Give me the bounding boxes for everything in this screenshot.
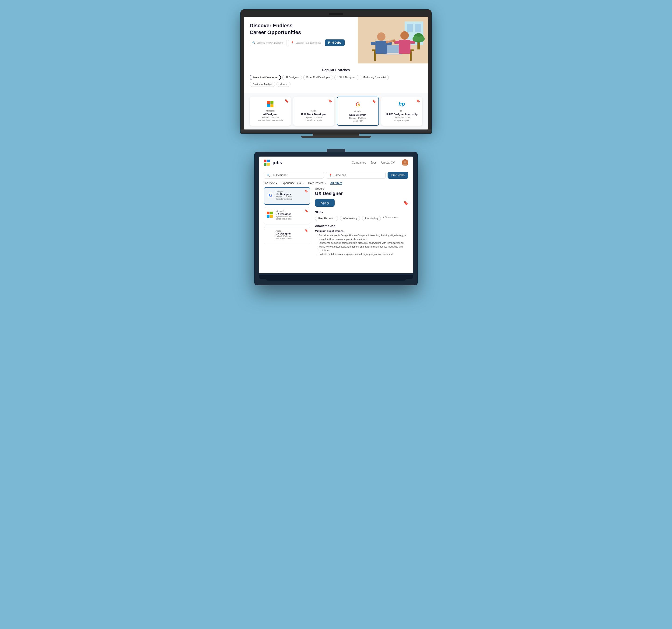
jlc-company-name: Google — [276, 190, 307, 193]
card-company-name: Apple — [296, 110, 331, 112]
job-card-google[interactable]: 🔖 G Google Data Scientist Remote · Full-… — [337, 97, 379, 126]
nav-links: Companies Jobs Upload CV — [352, 161, 395, 164]
tablet-screen: jobs Companies Jobs Upload CV — [259, 156, 413, 273]
job-type-label: Job Type — [264, 182, 275, 185]
tag-more[interactable]: More ▾ — [277, 82, 290, 87]
user-avatar[interactable] — [402, 159, 408, 166]
hero-photo — [358, 17, 428, 64]
job-list-info: Apple UX Designer Hybrid · Full-time Bar… — [275, 230, 307, 240]
bookmark-icon[interactable]: 🔖 — [305, 190, 308, 193]
skill-prototyping[interactable]: Prototyping — [362, 216, 381, 221]
jd-company-name: Google — [315, 187, 408, 190]
svg-rect-12 — [371, 42, 377, 45]
jlc-job-location: Barcelona, Spain — [275, 237, 307, 240]
bookmark-icon[interactable]: 🔖 — [328, 99, 332, 103]
filter-experience-level[interactable]: Experience Level ▾ — [281, 182, 304, 185]
tablet-search-bar: 🔍 UX Designer 📍 Barcelona Find Jobs — [259, 169, 413, 182]
job-card-microsoft[interactable]: 🔖 Microsoft AI Designer Remote · Full-t — [250, 97, 291, 126]
bookmark-icon[interactable]: 🔖 — [305, 229, 308, 232]
skill-wireframing[interactable]: Wireframing — [340, 216, 360, 221]
tablet-keyboard — [259, 275, 413, 279]
apply-button[interactable]: Apply — [315, 199, 335, 207]
job-card-hp[interactable]: 🔖 hp HP UI/UX Designer Internship Onsite… — [381, 97, 423, 126]
card-job-type: Onsite · Part-time — [385, 116, 419, 119]
job-list-info: Microsoft UX Designer Hybrid · Full-time… — [275, 210, 307, 220]
laptop-body: Discover Endless Career Opportunities 🔍 … — [240, 9, 432, 129]
tag-business-analyst[interactable]: Business Analyst — [250, 82, 275, 87]
job-detail-panel: Google UX Designer Apply 🔖 Skills User R… — [314, 187, 408, 256]
bookmark-icon[interactable]: 🔖 — [285, 99, 289, 103]
nav-link-companies[interactable]: Companies — [352, 161, 366, 164]
jlc-company-name: Microsoft — [275, 210, 307, 213]
google-logo: G — [267, 192, 274, 199]
skills-tags-row: User Research Wireframing Prototyping + … — [315, 216, 408, 221]
jlc-job-title: UX Designer — [276, 193, 307, 195]
all-filters-link[interactable]: All filters — [330, 182, 342, 185]
card-job-location: Milan, Italy — [340, 120, 375, 122]
svg-text:G: G — [269, 193, 272, 198]
svg-rect-8 — [386, 45, 400, 53]
qual-item-1: Bachelor's degree in Design, Human-Compu… — [319, 234, 408, 241]
tablet-job-input[interactable]: 🔍 UX Designer — [264, 172, 324, 179]
tag-ai-designer[interactable]: AI Designer — [282, 75, 302, 80]
job-list-card-header: Microsoft UX Designer Hybrid · Full-time… — [267, 210, 307, 220]
laptop-screen-content: Discover Endless Career Opportunities 🔍 … — [244, 17, 428, 129]
nav-link-upload-cv[interactable]: Upload CV — [381, 161, 395, 164]
qual-item-3: Portfolio that demonstrates project work… — [319, 252, 408, 256]
qual-item-2: Experience designing across multiple pla… — [319, 241, 408, 252]
experience-level-label: Experience Level — [281, 182, 302, 185]
filter-date-posted[interactable]: Date Posted ▾ — [308, 182, 326, 185]
tag-back-end-developer[interactable]: Back End Developer — [250, 75, 281, 80]
tag-marketing-specialist[interactable]: Marketing Specialist — [360, 75, 389, 80]
find-jobs-button[interactable]: Find Jobs — [325, 40, 345, 46]
show-more-skills[interactable]: + Show more — [383, 216, 398, 221]
nav-logo: jobs — [264, 160, 282, 166]
laptop-device: Discover Endless Career Opportunities 🔍 … — [240, 9, 432, 138]
bookmark-icon[interactable]: 🔖 — [305, 209, 308, 213]
skills-section-title: Skills — [315, 211, 408, 214]
job-list-item-google[interactable]: 🔖 G Google UX Designer — [264, 187, 310, 205]
search-icon: 🔍 — [267, 174, 270, 177]
nav-link-jobs[interactable]: Jobs — [371, 161, 377, 164]
filter-job-type[interactable]: Job Type ▾ — [264, 182, 277, 185]
card-job-location: Barcelona, Spain — [296, 119, 331, 122]
svg-point-23 — [412, 36, 419, 42]
job-list-info: Google UX Designer Hybrid · Full-time Ba… — [276, 190, 307, 200]
job-list-card-header: Apple UX Designer Hybrid · Full-time Bar… — [267, 230, 307, 240]
popular-searches-title: Popular Searches — [250, 68, 422, 72]
skill-user-research[interactable]: User Research — [315, 216, 338, 221]
laptop-screen: Discover Endless Career Opportunities 🔍 … — [244, 17, 428, 129]
tag-front-end-developer[interactable]: Front End Developer — [303, 75, 333, 80]
job-card-apple[interactable]: 🔖 Apple Full Stack Developer Hybrid · Fu… — [293, 97, 335, 126]
bookmark-icon[interactable]: 🔖 — [403, 200, 408, 205]
svg-point-10 — [377, 32, 385, 41]
tablet-job-value: UX Designer — [271, 174, 287, 177]
bookmark-icon[interactable]: 🔖 — [416, 99, 420, 103]
qualifications-subtitle: Minimum qualifications: — [315, 229, 408, 233]
date-posted-label: Date Posted — [308, 182, 323, 185]
tag-ux-ui-designer[interactable]: UX/UI Designer — [334, 75, 358, 80]
card-job-location: North Holland, Netherlands — [253, 119, 288, 122]
hero-image — [358, 17, 428, 64]
laptop-foot — [301, 136, 371, 138]
card-company-name: HP — [385, 110, 419, 112]
tablet-find-jobs-button[interactable]: Find Jobs — [388, 172, 408, 179]
location-input[interactable]: 📍 Location (e.g Barcelona) — [288, 40, 323, 46]
job-title-input[interactable]: 🔍 Job title (e.g UX Designer) — [250, 40, 287, 46]
svg-point-24 — [418, 36, 425, 42]
bookmark-icon[interactable]: 🔖 — [372, 99, 376, 103]
svg-point-20 — [393, 40, 395, 42]
tags-row-1: Back End Developer AI Designer Front End… — [250, 75, 422, 80]
chevron-down-icon: ▾ — [286, 83, 287, 86]
svg-rect-27 — [264, 163, 266, 166]
chevron-down-icon: ▾ — [303, 182, 305, 185]
tablet-location-input[interactable]: 📍 Barcelona — [326, 172, 386, 179]
jlc-job-title: UX Designer — [275, 213, 307, 215]
job-list-item-apple[interactable]: 🔖 Apple UX Designer Hybrid · Full-time B… — [264, 227, 310, 244]
card-job-location: Zaragoza, Spain — [385, 119, 419, 122]
job-cards-section: 🔖 Microsoft AI Designer Remote · Full-t — [244, 93, 428, 129]
card-job-type: Remote · Full-time — [253, 116, 288, 119]
job-list-item-microsoft[interactable]: 🔖 Microsoft — [264, 207, 310, 224]
hero-text-area: Discover Endless Career Opportunities 🔍 … — [244, 17, 358, 64]
tablet-navbar: jobs Companies Jobs Upload CV — [259, 156, 413, 169]
